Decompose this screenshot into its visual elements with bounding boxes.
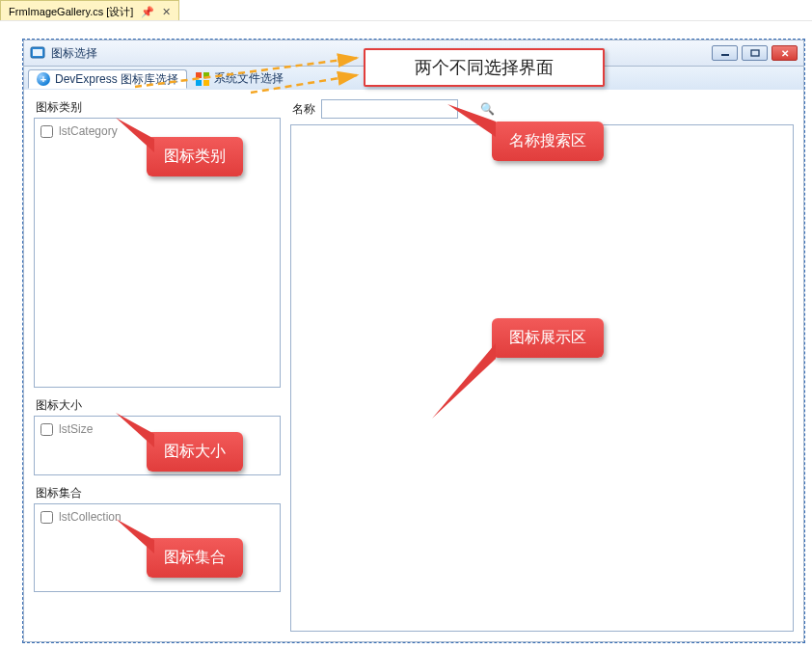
search-box[interactable]: 🔍 [321, 99, 458, 119]
svg-marker-9 [447, 104, 496, 137]
category-item-label: lstCategory [59, 124, 118, 138]
callout-gallery-label: 图标展示区 [509, 329, 586, 345]
svg-marker-6 [116, 118, 154, 152]
app-icon [30, 45, 45, 61]
tab-system-files[interactable]: 系统文件选择 [187, 68, 292, 88]
tab-devexpress-library[interactable]: + DevExpress 图标库选择 [28, 69, 187, 89]
callout-search-area: 名称搜索区 [492, 122, 604, 161]
document-filename: FrmImageGallery.cs [设计] [9, 5, 133, 19]
panel-category-label: 图标类别 [34, 99, 281, 116]
callout-collection: 图标集合 [147, 538, 243, 578]
callout-gallery-area: 图标展示区 [492, 318, 604, 358]
tab-system-files-label: 系统文件选择 [214, 70, 284, 87]
callout-category: 图标类别 [147, 137, 243, 176]
size-item-label: lstSize [59, 422, 93, 436]
callout-collection-label: 图标集合 [164, 549, 226, 565]
icon-gallery[interactable] [290, 124, 794, 632]
devexpress-icon: + [37, 72, 50, 86]
content-area: 图标类别 lstCategory 图标大小 lstSize [23, 90, 804, 642]
svg-marker-8 [116, 519, 154, 554]
minimize-button[interactable] [712, 45, 738, 61]
search-label: 名称 [292, 101, 315, 118]
close-button[interactable]: ✕ [771, 45, 798, 61]
panel-size-label: 图标大小 [34, 397, 281, 414]
maximize-button[interactable] [742, 45, 768, 61]
pin-icon[interactable]: 📌 [141, 6, 154, 18]
annotation-top-label: 两个不同选择界面 [415, 56, 554, 79]
tab-devexpress-label: DevExpress 图标库选择 [55, 71, 178, 88]
annotation-top-box: 两个不同选择界面 [364, 48, 605, 87]
svg-marker-7 [116, 413, 154, 447]
callout-category-label: 图标类别 [164, 148, 226, 164]
size-checkbox[interactable] [41, 423, 53, 436]
windows-icon [196, 72, 209, 86]
collection-checkbox[interactable] [41, 511, 53, 524]
collection-item-label: lstCollection [59, 510, 122, 524]
panel-collection-label: 图标集合 [34, 485, 281, 501]
svg-marker-10 [432, 343, 496, 419]
callout-search-label: 名称搜索区 [509, 132, 586, 149]
right-column: 名称 🔍 [290, 99, 794, 632]
search-row: 名称 🔍 [292, 99, 794, 119]
document-tab-strip: FrmImageGallery.cs [设计] 📌 ✕ [0, 0, 812, 21]
svg-rect-1 [33, 49, 42, 56]
document-tab[interactable]: FrmImageGallery.cs [设计] 📌 ✕ [0, 0, 179, 20]
close-icon[interactable]: ✕ [162, 6, 171, 18]
callout-size: 图标大小 [147, 432, 243, 472]
svg-rect-3 [751, 50, 759, 56]
callout-size-label: 图标大小 [164, 443, 226, 459]
category-checkbox[interactable] [41, 125, 53, 138]
